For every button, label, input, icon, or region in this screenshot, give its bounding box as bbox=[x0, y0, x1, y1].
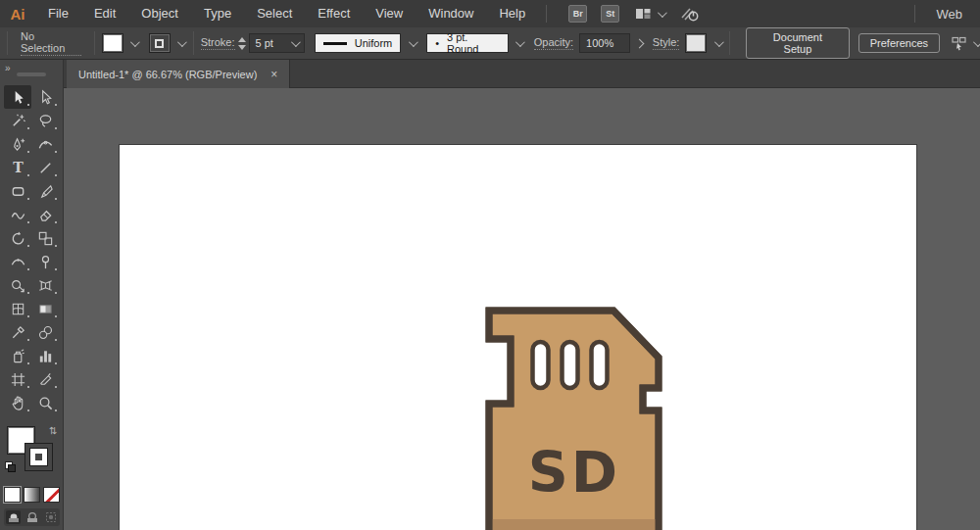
arrange-documents-icon bbox=[635, 7, 652, 21]
perspective-grid-tool[interactable] bbox=[31, 273, 59, 297]
draw-inside-button[interactable] bbox=[43, 510, 58, 524]
scale-tool[interactable] bbox=[31, 226, 59, 250]
shaper-tool[interactable] bbox=[4, 203, 31, 226]
rectangle-tool[interactable] bbox=[4, 179, 31, 203]
gradient-tool[interactable] bbox=[31, 297, 59, 320]
sd-card-contact-slot bbox=[563, 342, 578, 388]
stroke-color-dropdown[interactable] bbox=[171, 33, 186, 53]
workspace-switcher[interactable]: Web bbox=[906, 5, 980, 23]
arrange-documents-button[interactable] bbox=[635, 7, 664, 21]
puppet-warp-tool[interactable] bbox=[31, 250, 59, 273]
separator bbox=[546, 5, 547, 23]
draw-inside-icon bbox=[45, 511, 57, 523]
sd-card-label: SD bbox=[528, 440, 620, 505]
opacity-value: 100% bbox=[586, 37, 613, 49]
tools-panel: » T ⇄ bbox=[0, 60, 64, 530]
canvas-pasteboard[interactable]: SD bbox=[65, 88, 980, 530]
magic-wand-tool[interactable] bbox=[4, 109, 31, 132]
swap-fill-stroke-icon[interactable]: ⇄ bbox=[47, 426, 58, 434]
chevron-down-icon bbox=[177, 37, 187, 47]
menu-item-object[interactable]: Object bbox=[128, 0, 191, 27]
direct-selection-tool[interactable] bbox=[31, 85, 59, 109]
brush-definition-dropdown[interactable]: • 3 pt. Round bbox=[426, 33, 509, 53]
stroke-indicator-icon bbox=[155, 39, 164, 48]
blend-tool[interactable] bbox=[31, 320, 59, 344]
fill-color-swatch[interactable] bbox=[102, 33, 123, 53]
menu-item-edit[interactable]: Edit bbox=[81, 0, 128, 27]
menu-item-view[interactable]: View bbox=[363, 0, 416, 27]
chevron-down-icon bbox=[658, 8, 667, 18]
gpu-performance-button[interactable] bbox=[680, 6, 700, 23]
opacity-label[interactable]: Opacity: bbox=[534, 36, 573, 50]
symbol-sprayer-tool[interactable] bbox=[4, 344, 31, 367]
artboard-tool[interactable] bbox=[4, 367, 31, 391]
stroke-color-swatch[interactable] bbox=[149, 33, 171, 53]
width-tool[interactable] bbox=[4, 250, 31, 273]
brush-definition-chevron[interactable] bbox=[509, 33, 524, 53]
stroke-color-control[interactable] bbox=[24, 443, 53, 471]
menu-item-window[interactable]: Window bbox=[416, 0, 486, 27]
fill-stroke-widget: ⇄ bbox=[4, 424, 60, 475]
opacity-input[interactable]: 100% bbox=[579, 33, 630, 53]
draw-behind-button[interactable] bbox=[24, 510, 39, 524]
selection-tool[interactable] bbox=[4, 85, 31, 109]
menu-item-help[interactable]: Help bbox=[486, 0, 538, 27]
curvature-tool[interactable] bbox=[31, 132, 59, 156]
eyedropper-tool[interactable] bbox=[4, 320, 31, 344]
sd-card-artwork[interactable]: SD bbox=[476, 300, 672, 530]
bridge-button[interactable]: Br bbox=[568, 5, 587, 23]
type-tool[interactable]: T bbox=[4, 156, 31, 179]
menu-item-file[interactable]: File bbox=[35, 0, 81, 27]
chevron-down-icon bbox=[130, 37, 140, 47]
zoom-tool[interactable] bbox=[31, 391, 59, 414]
style-dropdown[interactable] bbox=[707, 33, 722, 53]
stepper-up-icon[interactable] bbox=[238, 37, 246, 42]
select-similar-icon bbox=[952, 36, 967, 51]
stroke-weight-input[interactable]: 5 pt bbox=[249, 33, 306, 53]
document-setup-button[interactable]: Document Setup bbox=[746, 27, 850, 59]
stock-button[interactable]: St bbox=[601, 5, 619, 23]
stepper-down-icon[interactable] bbox=[238, 45, 246, 50]
none-mode-button[interactable] bbox=[43, 487, 60, 503]
panel-grip[interactable] bbox=[17, 72, 46, 76]
paintbrush-tool[interactable] bbox=[31, 179, 59, 203]
preferences-button[interactable]: Preferences bbox=[858, 33, 940, 53]
collapse-panel-button[interactable]: » bbox=[5, 63, 10, 73]
eraser-tool[interactable] bbox=[31, 203, 59, 226]
tab-close-button[interactable]: × bbox=[270, 69, 277, 80]
line-segment-tool[interactable] bbox=[31, 156, 59, 179]
shape-builder-tool[interactable] bbox=[4, 273, 31, 297]
default-fill-stroke-icon[interactable] bbox=[5, 461, 17, 473]
pen-tool[interactable] bbox=[4, 132, 31, 156]
illustrator-logo: Ai bbox=[0, 6, 35, 23]
workspace-label[interactable]: Web bbox=[923, 7, 980, 22]
style-swatch[interactable] bbox=[685, 33, 707, 53]
stroke-label[interactable]: Stroke: bbox=[201, 36, 235, 50]
menu-item-type[interactable]: Type bbox=[191, 0, 244, 27]
opacity-arrow-icon[interactable] bbox=[634, 38, 644, 48]
color-mode-button[interactable] bbox=[4, 487, 21, 503]
draw-normal-button[interactable] bbox=[6, 510, 21, 524]
width-profile-dropdown[interactable]: Uniform bbox=[315, 33, 401, 53]
fill-color-dropdown[interactable] bbox=[123, 33, 139, 53]
hand-tool[interactable] bbox=[4, 391, 31, 414]
gpu-performance-icon bbox=[680, 6, 700, 23]
control-bar: No Selection Stroke: 5 pt Uniform • 3 pt… bbox=[0, 27, 980, 60]
separator bbox=[94, 31, 95, 55]
artboard[interactable]: SD bbox=[120, 145, 916, 530]
slice-tool[interactable] bbox=[31, 367, 59, 391]
stroke-ring-icon bbox=[30, 449, 47, 465]
lasso-tool[interactable] bbox=[31, 109, 59, 132]
select-similar-button[interactable] bbox=[952, 36, 980, 51]
menu-item-effect[interactable]: Effect bbox=[305, 0, 363, 27]
column-graph-tool[interactable] bbox=[31, 344, 59, 367]
stroke-weight-stepper[interactable] bbox=[238, 33, 246, 53]
chevron-down-icon bbox=[409, 37, 418, 47]
document-tab[interactable]: Untitled-1* @ 66.67% (RGB/Preview) × bbox=[67, 60, 290, 88]
rotate-tool[interactable] bbox=[4, 226, 31, 250]
menu-item-select[interactable]: Select bbox=[244, 0, 305, 27]
mesh-tool[interactable] bbox=[4, 297, 31, 320]
style-label[interactable]: Style: bbox=[653, 36, 680, 50]
gradient-mode-button[interactable] bbox=[24, 487, 40, 503]
width-profile-chevron[interactable] bbox=[401, 33, 416, 53]
